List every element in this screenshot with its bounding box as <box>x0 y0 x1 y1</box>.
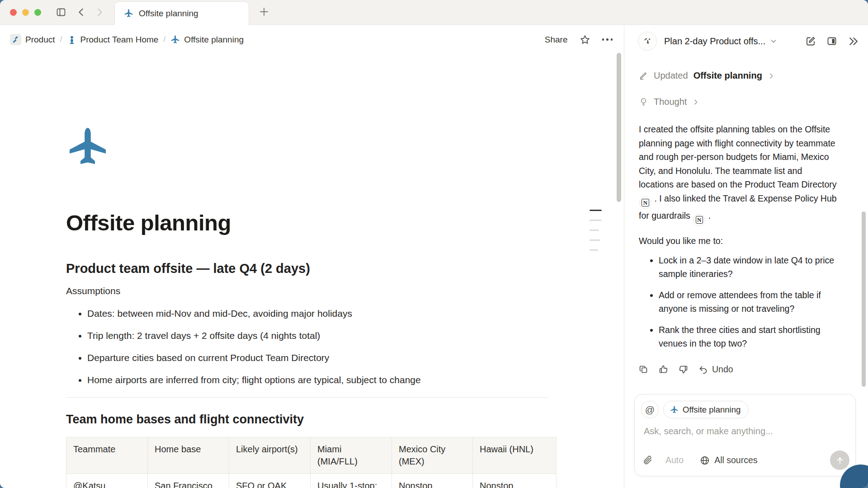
flight-connectivity-table: Teammate Home base Likely airport(s) Mia… <box>66 437 557 488</box>
share-button[interactable]: Share <box>545 35 568 45</box>
tab-title: Offsite planning <box>139 9 198 19</box>
titlebar: Offsite planning <box>0 0 868 25</box>
breadcrumb-separator: / <box>163 35 165 44</box>
undo-button[interactable]: Undo <box>698 364 733 375</box>
divider <box>66 397 548 398</box>
table-of-contents-indicator[interactable] <box>590 210 602 259</box>
mention-context-button[interactable]: @ <box>641 401 659 418</box>
main-scrollbar[interactable] <box>617 53 621 202</box>
section-heading: Team home bases and flight connectivity <box>66 413 556 427</box>
notion-page-chip-icon[interactable]: N <box>639 197 651 209</box>
column-header[interactable]: Teammate <box>66 437 148 474</box>
table-row: @Katsu San Francisco SFO or OAK Usually … <box>66 474 557 488</box>
notion-page-chip-icon[interactable]: N <box>693 214 705 226</box>
hammer-icon <box>10 34 21 45</box>
breadcrumb: Product / Product Team Home / <box>10 34 244 45</box>
undo-label: Undo <box>712 364 733 375</box>
document-area: Offsite planning Product team offsite — … <box>0 54 623 488</box>
copy-icon[interactable] <box>639 365 648 374</box>
context-chip-offsite-planning[interactable]: Offsite planning <box>663 401 749 418</box>
suggestion-item: Add or remove attendees from the table i… <box>659 288 839 316</box>
breadcrumb-bar: Product / Product Team Home / <box>0 25 623 54</box>
arrow-up-icon <box>835 455 845 465</box>
lightbulb-icon <box>639 97 648 107</box>
ai-face-icon <box>638 32 657 51</box>
globe-icon <box>700 455 710 465</box>
chevron-right-icon <box>768 72 775 80</box>
airplane-icon <box>670 405 679 414</box>
breadcrumb-item-offsite-planning[interactable]: Offsite planning <box>170 35 244 45</box>
conversation-title[interactable]: Plan 2-day Product offs... <box>664 36 765 47</box>
column-header[interactable]: Miami (MIA/FLL) <box>311 437 392 474</box>
send-button[interactable] <box>830 450 849 470</box>
assumptions-label: Assumptions <box>66 286 556 296</box>
breadcrumb-item-product[interactable]: Product <box>10 34 55 45</box>
table-header-row: Teammate Home base Likely airport(s) Mia… <box>66 437 557 474</box>
tab-offsite-planning[interactable]: Offsite planning <box>114 1 249 25</box>
breadcrumb-item-product-team-home[interactable]: Product Team Home <box>67 35 159 45</box>
list-item: Trip length: 2 travel days + 2 offsite d… <box>87 330 556 342</box>
airplane-icon <box>124 9 133 18</box>
chevron-down-icon[interactable] <box>770 38 777 45</box>
thumbs-down-icon[interactable] <box>679 365 688 374</box>
close-window-button[interactable] <box>10 9 17 16</box>
table-cell[interactable]: Nonstop <box>392 474 473 488</box>
zoom-window-button[interactable] <box>34 9 41 16</box>
panel-toggle-icon[interactable] <box>826 36 837 47</box>
app-window: Offsite planning Product / <box>0 0 868 488</box>
page-title: Offsite planning <box>66 210 556 235</box>
updated-page-link[interactable]: Offsite planning <box>693 70 762 81</box>
person-icon <box>67 35 76 44</box>
ai-prompt-input[interactable] <box>643 426 842 437</box>
assistant-message: I created the offsite planning tables on… <box>639 122 839 226</box>
compose-icon[interactable] <box>805 36 816 47</box>
more-options-icon[interactable] <box>602 38 613 41</box>
message-text: I created the offsite planning tables on… <box>639 124 837 189</box>
message-actions: Undo <box>639 364 839 375</box>
list-item: Departure cities based on current Produc… <box>87 352 556 364</box>
chevron-right-icon <box>692 99 699 106</box>
back-icon[interactable] <box>76 7 86 17</box>
undo-icon <box>698 365 708 374</box>
page-toolbar: Share <box>545 34 613 45</box>
table-cell[interactable]: Nonstop <box>473 474 557 488</box>
updated-activity-row[interactable]: Updated Offsite planning <box>639 70 839 81</box>
thought-label: Thought <box>654 97 687 107</box>
message-text: . <box>706 211 711 221</box>
updated-label: Updated <box>654 70 688 81</box>
airplane-icon <box>170 35 180 44</box>
ai-panel: Plan 2-day Product offs... <box>624 25 868 488</box>
thought-row[interactable]: Thought <box>639 97 839 107</box>
window-controls <box>10 9 41 16</box>
forward-icon[interactable] <box>94 7 104 17</box>
attachment-icon[interactable] <box>642 455 653 465</box>
table-cell[interactable]: SFO or OAK <box>229 474 311 488</box>
minimize-window-button[interactable] <box>22 9 29 16</box>
column-header[interactable]: Mexico City (MEX) <box>392 437 473 474</box>
list-item: Home airports are inferred from city; fl… <box>87 374 556 386</box>
table-cell-teammate[interactable]: @Katsu <box>66 474 148 488</box>
list-item: Dates: between mid-Nov and mid-Dec, avoi… <box>87 308 556 319</box>
ai-composer[interactable]: @ Offsite planning Auto <box>634 394 856 476</box>
collapse-panel-icon[interactable] <box>848 36 859 47</box>
breadcrumb-separator: / <box>60 35 62 44</box>
suggestion-item: Rank the three cities and start shortlis… <box>659 323 839 351</box>
column-header[interactable]: Likely airport(s) <box>229 437 311 474</box>
column-header[interactable]: Home base <box>148 437 229 474</box>
column-header[interactable]: Hawaii (HNL) <box>473 437 557 474</box>
section-heading: Product team offsite — late Q4 (2 days) <box>66 261 556 276</box>
page-icon-airplane[interactable] <box>66 125 556 170</box>
sidebar-toggle-icon[interactable] <box>56 7 66 18</box>
star-icon[interactable] <box>580 34 590 45</box>
sources-selector[interactable]: All sources <box>700 455 757 465</box>
pencil-icon <box>639 71 648 80</box>
suggestion-item: Lock in a 2–3 date window in late Q4 to … <box>659 253 839 281</box>
panel-scrollbar[interactable] <box>862 211 866 387</box>
thumbs-up-icon[interactable] <box>659 365 668 374</box>
assumptions-list: Dates: between mid-Nov and mid-Dec, avoi… <box>66 308 556 386</box>
model-mode-selector[interactable]: Auto <box>665 455 684 465</box>
table-cell[interactable]: San Francisco <box>148 474 229 488</box>
table-cell[interactable]: Usually 1-stop: <box>311 474 392 488</box>
at-icon: @ <box>645 404 655 415</box>
new-tab-icon[interactable] <box>259 6 269 17</box>
